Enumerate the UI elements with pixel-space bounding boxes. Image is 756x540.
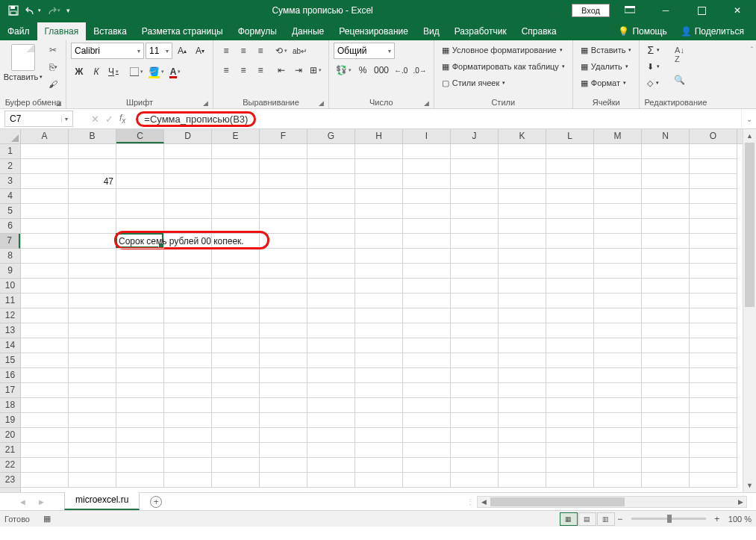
cell[interactable] [499, 398, 546, 413]
cell[interactable] [355, 473, 403, 488]
cell[interactable] [307, 219, 355, 234]
cell[interactable] [546, 144, 594, 159]
cell[interactable] [690, 159, 737, 174]
col-header-O[interactable]: O [690, 129, 737, 143]
cell[interactable] [69, 353, 116, 368]
cell[interactable] [21, 189, 69, 204]
cell[interactable] [212, 353, 260, 368]
cell[interactable] [307, 338, 355, 353]
cell[interactable] [260, 159, 307, 174]
cell[interactable] [21, 159, 69, 174]
cell[interactable] [21, 443, 69, 458]
cell[interactable] [403, 234, 451, 249]
row-header-13[interactable]: 13 [0, 323, 20, 338]
minimize-icon[interactable]: ─ [650, 1, 681, 20]
cell[interactable] [164, 428, 212, 443]
cell[interactable] [260, 443, 307, 458]
cell[interactable] [21, 294, 69, 308]
cell[interactable] [164, 323, 212, 338]
cell[interactable] [642, 473, 690, 488]
col-header-B[interactable]: B [69, 129, 116, 143]
cell[interactable] [21, 458, 69, 473]
cell[interactable] [116, 159, 164, 174]
cell[interactable] [499, 443, 546, 458]
cell[interactable] [69, 249, 116, 264]
cell[interactable] [307, 398, 355, 413]
increase-decimal-icon[interactable]: ←.0 [392, 62, 410, 78]
format-as-table-button[interactable]: ▦Форматировать как таблицу▾ [439, 59, 568, 74]
cell[interactable] [594, 398, 642, 413]
cell[interactable] [212, 249, 260, 264]
cell[interactable] [403, 219, 451, 234]
cell[interactable] [116, 174, 164, 189]
cell[interactable] [212, 189, 260, 204]
cell[interactable] [116, 353, 164, 368]
align-left-icon[interactable]: ≡ [218, 62, 234, 78]
cell[interactable] [307, 413, 355, 428]
cell[interactable] [403, 204, 451, 219]
display-options-icon[interactable] [614, 1, 646, 20]
cell[interactable] [499, 204, 546, 219]
cell[interactable] [499, 234, 546, 249]
cell[interactable] [690, 144, 737, 159]
cell[interactable] [690, 279, 737, 294]
col-header-L[interactable]: L [546, 129, 594, 143]
cell[interactable] [546, 353, 594, 368]
cell[interactable] [499, 428, 546, 443]
cell[interactable] [69, 383, 116, 398]
cell[interactable] [546, 174, 594, 189]
cell[interactable] [642, 428, 690, 443]
shrink-font-icon[interactable]: A▾ [192, 43, 208, 59]
cell-styles-button[interactable]: ▢Стили ячеек▾ [439, 75, 568, 90]
cell[interactable] [642, 458, 690, 473]
cell[interactable] [21, 308, 69, 323]
cell[interactable] [499, 308, 546, 323]
login-button[interactable]: Вход [572, 4, 610, 17]
font-name-combo[interactable]: Calibri▾ [71, 43, 144, 59]
share-button[interactable]: 👤Поделиться [675, 22, 750, 40]
cell[interactable] [451, 308, 499, 323]
cell[interactable] [451, 204, 499, 219]
scroll-down-icon[interactable]: ▼ [743, 479, 756, 492]
cell[interactable] [307, 234, 355, 249]
row-header-7[interactable]: 7 [0, 234, 20, 249]
cell[interactable] [546, 234, 594, 249]
delete-cells-button[interactable]: ▦Удалить▾ [578, 59, 635, 74]
tab-insert[interactable]: Вставка [86, 22, 134, 40]
cell[interactable] [21, 338, 69, 353]
zoom-in-button[interactable]: + [712, 514, 722, 524]
cell[interactable]: Сорок семь рублей 00 копеек. [116, 234, 164, 249]
cell[interactable] [451, 353, 499, 368]
cell[interactable] [451, 174, 499, 189]
cell[interactable] [499, 413, 546, 428]
cell[interactable] [403, 159, 451, 174]
cell[interactable] [546, 219, 594, 234]
cell[interactable] [594, 234, 642, 249]
cell[interactable] [164, 219, 212, 234]
row-header-11[interactable]: 11 [0, 294, 20, 308]
cell[interactable] [21, 413, 69, 428]
cell[interactable] [69, 159, 116, 174]
cell[interactable] [546, 338, 594, 353]
cell[interactable] [451, 368, 499, 383]
cell[interactable] [546, 204, 594, 219]
cell[interactable] [451, 279, 499, 294]
dialog-launcher-icon[interactable]: ◢ [203, 99, 208, 107]
fill-button[interactable]: ⬇▾ [644, 59, 663, 74]
cell[interactable] [546, 428, 594, 443]
cell[interactable] [260, 323, 307, 338]
cell[interactable] [69, 443, 116, 458]
cell[interactable] [642, 174, 690, 189]
cell[interactable] [21, 353, 69, 368]
formula-input[interactable]: =Сумма_прописью(B3) [131, 109, 741, 128]
zoom-out-button[interactable]: − [615, 514, 625, 524]
cell[interactable] [546, 294, 594, 308]
cell[interactable] [451, 458, 499, 473]
cell[interactable] [260, 219, 307, 234]
cell[interactable] [546, 159, 594, 174]
cell[interactable] [116, 279, 164, 294]
cell[interactable] [69, 428, 116, 443]
cell[interactable] [546, 279, 594, 294]
cell[interactable] [690, 368, 737, 383]
cell[interactable] [21, 264, 69, 279]
